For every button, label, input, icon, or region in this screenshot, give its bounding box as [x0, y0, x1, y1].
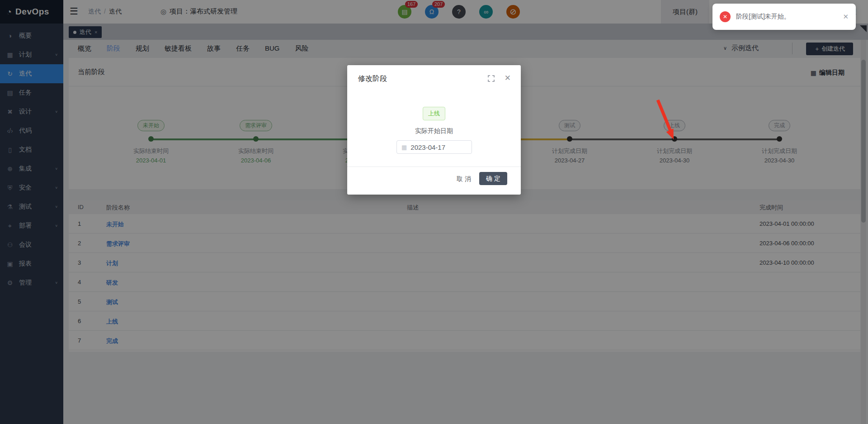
- calendar-icon: ▦: [401, 144, 407, 151]
- toast-message: 阶段[测试]未开始。: [736, 13, 837, 21]
- error-toast: ✕ 阶段[测试]未开始。 ✕: [712, 4, 856, 30]
- close-icon[interactable]: ✕: [505, 73, 511, 83]
- edit-stage-modal: 修改阶段 ✕ 上线 实际开始日期 ▦ 2023-04-17 取 消 确 定: [347, 65, 521, 195]
- cancel-button[interactable]: 取 消: [457, 175, 471, 183]
- error-circle-icon: ✕: [720, 11, 731, 22]
- devops-app: ◔ DevOps ◑概要 ▦计划∨ ↻迭代 ▤任务 ✖设计∨ ‹/›代码 ▯文档…: [0, 0, 868, 424]
- divider: [347, 167, 521, 167]
- date-input-value: 2023-04-17: [410, 143, 445, 151]
- stage-tag: 上线: [423, 107, 445, 120]
- modal-title: 修改阶段: [358, 74, 387, 84]
- modal-backdrop[interactable]: [0, 0, 868, 424]
- confirm-button[interactable]: 确 定: [479, 172, 507, 185]
- field-label: 实际开始日期: [347, 127, 521, 135]
- fullscreen-icon[interactable]: [488, 75, 495, 84]
- stage-tag-wrap: 上线: [347, 107, 521, 120]
- date-input[interactable]: ▦ 2023-04-17: [396, 140, 472, 154]
- toast-close-icon[interactable]: ✕: [843, 13, 849, 21]
